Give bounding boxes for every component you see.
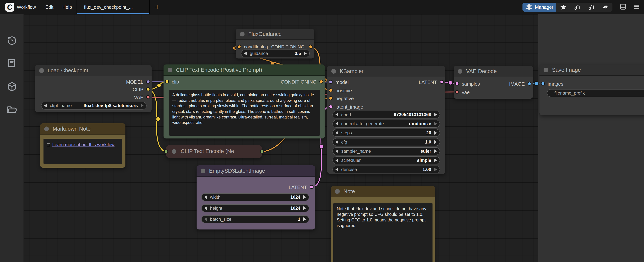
input-port-model[interactable] xyxy=(329,80,333,84)
vacuum-icon[interactable] xyxy=(574,3,581,11)
collapse-dot-icon[interactable] xyxy=(39,68,44,73)
workflow-docs-link[interactable]: Learn more about this workflow xyxy=(52,142,114,147)
collapse-dot-icon[interactable] xyxy=(168,68,172,72)
widget-seed[interactable]: seed 972054013131368 xyxy=(332,111,440,118)
increment-arrow-icon[interactable] xyxy=(434,168,437,171)
node-header[interactable]: Load Checkpoint xyxy=(35,65,152,76)
node-vae-decode[interactable]: VAE Decode samples vae IMAGE xyxy=(454,66,533,99)
node-header[interactable]: KSampler xyxy=(327,66,445,77)
hamburger-menu-icon[interactable] xyxy=(633,3,640,11)
widget-ckpt-name[interactable]: ckpt_name flux1-dev-fp8.safetensors xyxy=(41,102,146,110)
menu-edit[interactable]: Edit xyxy=(45,0,54,14)
widget-cfg[interactable]: cfg 1.0 xyxy=(332,138,440,146)
output-port-latent[interactable] xyxy=(310,185,314,189)
node-header[interactable]: Markdown Note xyxy=(40,123,126,135)
increment-arrow-icon[interactable] xyxy=(434,122,437,126)
output-port-vae[interactable] xyxy=(146,95,150,99)
share-icon[interactable] xyxy=(602,3,609,11)
star-icon[interactable] xyxy=(560,3,567,11)
widget-filename-prefix[interactable]: filename_prefix xyxy=(547,89,644,97)
increment-arrow-icon[interactable] xyxy=(141,104,144,107)
output-port-clip[interactable] xyxy=(146,87,150,91)
collapse-dot-icon[interactable] xyxy=(331,69,336,74)
widget-denoise[interactable]: denoise 1.00 xyxy=(332,166,440,173)
decrement-arrow-icon[interactable] xyxy=(336,168,338,171)
collapse-dot-icon[interactable] xyxy=(240,32,244,37)
collapsed-input-port[interactable] xyxy=(164,149,168,153)
decrement-arrow-icon[interactable] xyxy=(336,113,338,116)
node-header[interactable]: FluxGuidance xyxy=(236,29,314,40)
decrement-arrow-icon[interactable] xyxy=(44,104,47,107)
node-header[interactable]: CLIP Text Encode (Positive Prompt) xyxy=(164,65,325,76)
node-header[interactable]: Note xyxy=(331,186,435,197)
output-port-latent[interactable] xyxy=(440,80,444,84)
node-flux-guidance[interactable]: FluxGuidance conditioning CONDITIONING g… xyxy=(236,29,314,59)
widget-guidance[interactable]: guidance 3.5 xyxy=(241,50,310,57)
collapse-dot-icon[interactable] xyxy=(172,149,176,154)
increment-arrow-icon[interactable] xyxy=(434,158,437,162)
model-library-icon[interactable] xyxy=(6,81,18,92)
node-ksampler[interactable]: KSampler model positive negative latent_… xyxy=(327,66,445,174)
decrement-arrow-icon[interactable] xyxy=(336,140,338,144)
menu-help[interactable]: Help xyxy=(62,0,72,14)
decrement-arrow-icon[interactable] xyxy=(336,122,338,126)
input-port-negative[interactable] xyxy=(329,96,333,100)
decrement-arrow-icon[interactable] xyxy=(204,217,207,221)
node-header[interactable]: EmptySD3LatentImage xyxy=(196,165,315,177)
increment-arrow-icon[interactable] xyxy=(434,131,437,135)
decrement-arrow-icon[interactable] xyxy=(336,149,338,153)
input-port-conditioning[interactable] xyxy=(237,45,241,49)
note-text[interactable]: Note that Flux dev and schnell do not ha… xyxy=(334,203,432,262)
collapse-dot-icon[interactable] xyxy=(544,68,548,72)
decrement-arrow-icon[interactable] xyxy=(204,206,207,210)
node-header[interactable]: VAE Decode xyxy=(454,66,533,77)
node-clip-text-encode-negative[interactable]: CLIP Text Encode (Ne xyxy=(166,145,262,158)
history-icon[interactable] xyxy=(6,35,18,46)
increment-arrow-icon[interactable] xyxy=(434,149,437,153)
widget-steps[interactable]: steps 20 xyxy=(332,129,440,137)
widget-sampler-name[interactable]: sampler_name euler xyxy=(332,147,440,155)
collapse-dot-icon[interactable] xyxy=(201,169,205,173)
decrement-arrow-icon[interactable] xyxy=(204,195,207,199)
collapse-dot-icon[interactable] xyxy=(458,69,462,74)
node-load-checkpoint[interactable]: Load Checkpoint MODEL CLIP VAE ckpt_name… xyxy=(35,65,152,112)
increment-arrow-icon[interactable] xyxy=(303,195,306,199)
collapse-dot-icon[interactable] xyxy=(44,127,49,131)
prompt-textarea[interactable]: A delicate glass bottle floats in a void… xyxy=(169,90,320,136)
widget-height[interactable]: height 1024 xyxy=(201,204,309,212)
manager-button[interactable]: Manager xyxy=(522,3,556,12)
node-markdown-note[interactable]: Markdown Note Learn more about this work… xyxy=(40,123,126,168)
widget-scheduler[interactable]: scheduler simple xyxy=(332,156,440,164)
vacuum-alt-icon[interactable] xyxy=(588,3,595,11)
decrement-arrow-icon[interactable] xyxy=(244,52,247,55)
bottom-panel-icon[interactable] xyxy=(619,3,627,11)
output-port-conditioning[interactable] xyxy=(320,80,323,84)
output-port-image[interactable] xyxy=(528,82,532,86)
workflow-tab[interactable]: flux_dev_checkpoint_... xyxy=(76,0,150,14)
workflows-folder-icon[interactable] xyxy=(6,104,18,116)
input-port-images[interactable] xyxy=(541,82,545,86)
node-empty-sd3-latent-image[interactable]: EmptySD3LatentImage LATENT width 1024 he… xyxy=(196,165,315,229)
node-header[interactable]: Save Image xyxy=(540,65,644,76)
increment-arrow-icon[interactable] xyxy=(434,140,437,144)
comfyui-logo[interactable]: C xyxy=(5,3,14,12)
increment-arrow-icon[interactable] xyxy=(434,113,437,116)
new-tab-button[interactable]: + xyxy=(152,0,163,14)
output-port-model[interactable] xyxy=(146,80,150,84)
increment-arrow-icon[interactable] xyxy=(303,206,306,210)
node-clip-text-encode-positive[interactable]: CLIP Text Encode (Positive Prompt) clip … xyxy=(164,65,325,138)
output-port-conditioning[interactable] xyxy=(309,45,313,49)
input-port-positive[interactable] xyxy=(329,88,333,92)
collapsed-output-port[interactable] xyxy=(260,149,264,153)
increment-arrow-icon[interactable] xyxy=(303,217,306,221)
node-note[interactable]: Note Note that Flux dev and schnell do n… xyxy=(331,186,435,262)
input-port-samples[interactable] xyxy=(455,82,459,86)
menu-workflow[interactable]: Workflow xyxy=(17,0,36,14)
collapse-dot-icon[interactable] xyxy=(335,189,340,194)
widget-batch-size[interactable]: batch_size 1 xyxy=(201,215,309,223)
decrement-arrow-icon[interactable] xyxy=(336,158,338,162)
input-port-vae[interactable] xyxy=(455,90,459,94)
input-port-latent-image[interactable] xyxy=(329,105,333,109)
decrement-arrow-icon[interactable] xyxy=(336,131,338,135)
node-library-icon[interactable] xyxy=(6,58,18,69)
